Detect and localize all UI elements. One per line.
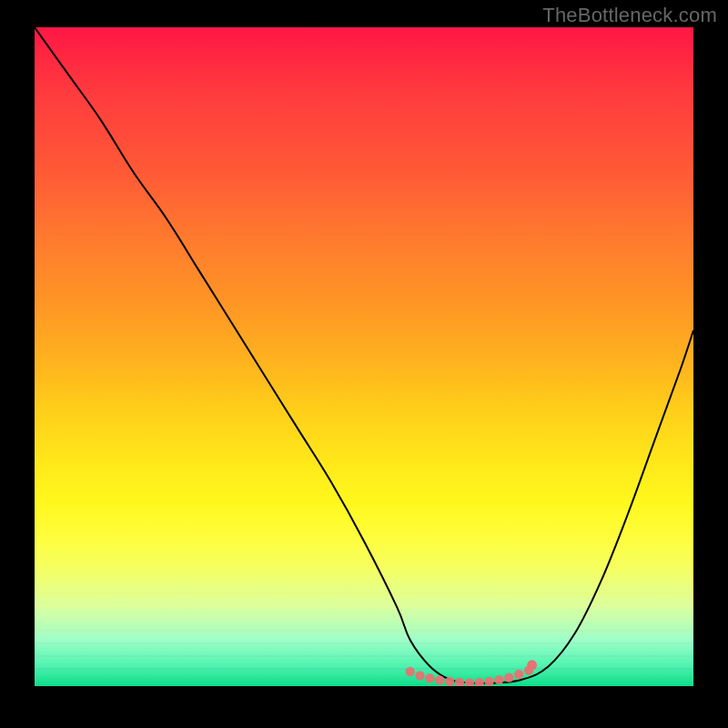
highlight-end-dot	[527, 660, 537, 670]
highlight-marker	[425, 673, 434, 682]
highlight-marker	[415, 671, 424, 680]
highlight-marker	[494, 675, 503, 684]
curve-svg	[35, 27, 693, 686]
plot-area	[35, 27, 693, 686]
highlight-marker	[484, 677, 493, 686]
highlight-marker	[405, 667, 414, 676]
watermark-text: TheBottleneck.com	[542, 4, 717, 27]
highlight-marker	[465, 678, 474, 686]
highlight-markers	[405, 665, 533, 686]
highlight-marker	[504, 672, 513, 682]
highlight-marker	[475, 678, 484, 686]
highlight-marker	[445, 677, 454, 686]
highlight-marker	[435, 675, 444, 684]
highlight-marker	[455, 678, 464, 686]
highlight-marker	[514, 670, 523, 679]
bottleneck-curve	[35, 27, 693, 683]
